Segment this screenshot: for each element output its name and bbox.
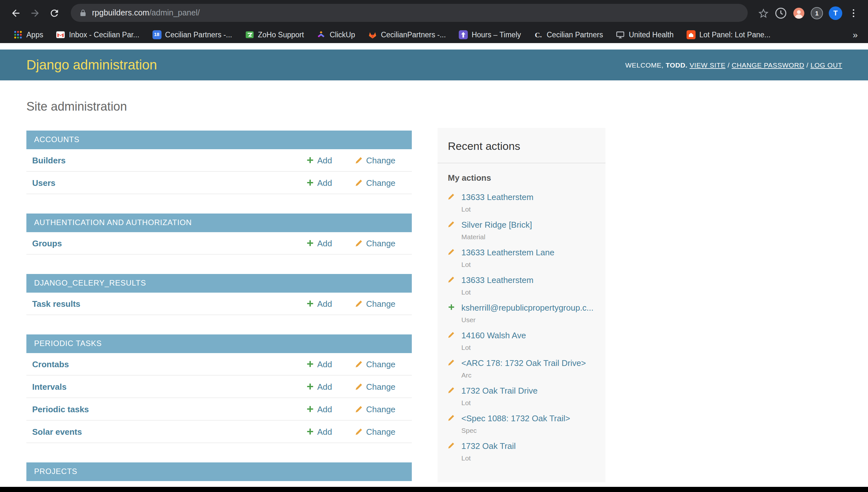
recent-action-link[interactable]: Silver Ridge [Brick] xyxy=(461,219,598,230)
recent-action-link[interactable]: 14160 Walsh Ave xyxy=(461,330,598,341)
forward-arrow-icon xyxy=(29,7,40,18)
bookmark-inbox-cecilian-par[interactable]: Inbox - Cecilian Par... xyxy=(50,27,145,42)
recent-action-category: User xyxy=(461,316,598,324)
bookmark-clickup[interactable]: ClickUp xyxy=(311,27,361,42)
recent-action-link[interactable]: <Spec 1088: 1732 Oak Trail> xyxy=(461,413,598,424)
model-link-intervals[interactable]: Intervals xyxy=(32,382,306,391)
change-link-builders[interactable]: Change xyxy=(355,155,402,165)
forward-button[interactable] xyxy=(26,4,44,22)
bookmark-label: Hours – Timely xyxy=(472,30,521,38)
url-host: rpgbuilders.com xyxy=(92,8,149,17)
change-link-groups[interactable]: Change xyxy=(355,238,402,248)
gmail-icon xyxy=(56,30,65,39)
recent-action-link[interactable]: 13633 Leatherstem Lane xyxy=(461,247,598,258)
add-link-solar-events[interactable]: Add xyxy=(306,427,338,436)
model-link-crontabs[interactable]: Crontabs xyxy=(32,359,306,369)
bookmark-hours-timely[interactable]: Hours – Timely xyxy=(453,27,527,42)
change-pencil-icon xyxy=(355,428,363,436)
extension-avatar-icon[interactable] xyxy=(793,7,805,19)
add-link-intervals[interactable]: Add xyxy=(306,382,338,391)
module-caption-accounts[interactable]: ACCOUNTS xyxy=(26,130,412,149)
module-caption-authentication-and-authorization[interactable]: AUTHENTICATION AND AUTHORIZATION xyxy=(26,214,412,232)
bookmark-label: CecilianPartners -... xyxy=(381,30,446,38)
module-caption-periodic-tasks[interactable]: PERIODIC TASKS xyxy=(26,335,412,353)
extension-clock-icon[interactable] xyxy=(775,7,787,19)
bottom-strip xyxy=(0,487,868,492)
change-link-users[interactable]: Change xyxy=(355,178,402,188)
model-row-solar-events: Solar eventsAddChange xyxy=(26,421,412,443)
recent-action-link[interactable]: <ARC 178: 1732 Oak Trail Drive> xyxy=(461,358,598,369)
recent-action-link[interactable]: 13633 Leatherstem xyxy=(461,192,598,203)
bookmark-united-health[interactable]: United Health xyxy=(610,27,679,42)
back-button[interactable] xyxy=(6,4,24,22)
bookmark-cecilian-partners[interactable]: C.Cecilian Partners xyxy=(528,27,609,42)
add-link-builders[interactable]: Add xyxy=(306,155,338,165)
recent-action-category: Spec xyxy=(461,426,598,435)
bookmark-cecilian-partners[interactable]: 18Cecilian Partners -... xyxy=(146,27,238,42)
change-link-periodic-tasks[interactable]: Change xyxy=(355,404,402,414)
extension-badge-icon[interactable]: 1 xyxy=(811,7,823,19)
model-link-periodic-tasks[interactable]: Periodic tasks xyxy=(32,404,306,414)
change-pencil-icon xyxy=(448,359,455,366)
model-link-builders[interactable]: Builders xyxy=(32,155,306,165)
user-tools: WELCOME, TODD. VIEW SITE / CHANGE PASSWO… xyxy=(625,61,842,69)
recent-action-category: Lot xyxy=(461,205,598,214)
bookmark-apps[interactable]: Apps xyxy=(8,27,49,42)
bookmark-label: United Health xyxy=(629,30,673,38)
add-label: Add xyxy=(317,155,332,165)
change-label: Change xyxy=(366,155,395,165)
module-caption-django-celery-results[interactable]: DJANGO_CELERY_RESULTS xyxy=(26,274,412,293)
change-pencil-icon xyxy=(355,360,363,368)
bookmarks-overflow-icon[interactable]: » xyxy=(850,29,860,40)
toolbar-right-cluster: 1 T xyxy=(755,6,862,20)
model-link-solar-events[interactable]: Solar events xyxy=(32,427,306,436)
recent-action-link[interactable]: 13633 Leatherstem xyxy=(461,275,598,286)
bookmark-cecilianpartners[interactable]: CecilianPartners -... xyxy=(362,27,452,42)
model-link-groups[interactable]: Groups xyxy=(32,238,306,248)
profile-avatar[interactable]: T xyxy=(829,6,842,20)
change-link-intervals[interactable]: Change xyxy=(355,382,402,391)
module-caption-projects[interactable]: PROJECTS xyxy=(26,462,412,481)
change-link-solar-events[interactable]: Change xyxy=(355,427,402,436)
add-link-users[interactable]: Add xyxy=(306,178,338,188)
add-icon xyxy=(306,405,314,413)
model-link-task-results[interactable]: Task results xyxy=(32,299,306,309)
bookmark-star-icon[interactable] xyxy=(758,7,769,18)
change-link-crontabs[interactable]: Change xyxy=(355,359,402,369)
model-link-users[interactable]: Users xyxy=(32,178,306,188)
url-path: /admin_panel/ xyxy=(149,8,200,17)
change-link-task-results[interactable]: Change xyxy=(355,299,402,309)
header-link-log-out[interactable]: LOG OUT xyxy=(811,61,842,69)
recent-action-link[interactable]: 1732 Oak Trail Drive xyxy=(461,385,598,396)
username: TODD. xyxy=(666,61,688,69)
change-pencil-icon xyxy=(448,193,455,200)
bookmark-label: Lot Panel: Lot Pane... xyxy=(699,30,771,38)
module-periodic-tasks: PERIODIC TASKSCrontabsAddChangeIntervals… xyxy=(26,335,412,443)
change-label: Change xyxy=(366,238,395,248)
recent-action-link[interactable]: 1732 Oak Trail xyxy=(461,441,598,451)
browser-menu-icon[interactable] xyxy=(848,7,859,18)
model-row-users: UsersAddChange xyxy=(26,172,412,194)
add-link-task-results[interactable]: Add xyxy=(306,299,338,309)
change-pencil-icon xyxy=(448,387,455,394)
bookmark-lot-panel-lot-pane[interactable]: Lot Panel: Lot Pane... xyxy=(681,27,776,42)
header-link-change-password[interactable]: CHANGE PASSWORD xyxy=(731,61,804,69)
bookmark-zoho-support[interactable]: ZoHo Support xyxy=(239,27,310,42)
monitor-icon xyxy=(616,30,625,39)
header-link-view-site[interactable]: VIEW SITE xyxy=(690,61,725,69)
add-link-crontabs[interactable]: Add xyxy=(306,359,338,369)
bookmark-label: ClickUp xyxy=(330,30,355,38)
browser-toolbar: rpgbuilders.com/admin_panel/ 1 T xyxy=(0,0,868,26)
add-link-periodic-tasks[interactable]: Add xyxy=(306,404,338,414)
recent-action-link[interactable]: ksherrill@republicpropertygroup.c... xyxy=(461,302,598,313)
recent-action-item: 13633 LeatherstemLot xyxy=(448,275,598,296)
badge-icon: 18 xyxy=(152,30,161,39)
site-title-link[interactable]: Django administration xyxy=(26,57,157,73)
zoho-icon xyxy=(245,30,254,39)
reload-button[interactable] xyxy=(45,4,63,22)
page-title: Site administration xyxy=(26,100,842,114)
gitlab-flame-icon xyxy=(368,30,377,39)
add-link-groups[interactable]: Add xyxy=(306,238,338,248)
address-bar[interactable]: rpgbuilders.com/admin_panel/ xyxy=(71,4,748,22)
add-label: Add xyxy=(317,404,332,414)
